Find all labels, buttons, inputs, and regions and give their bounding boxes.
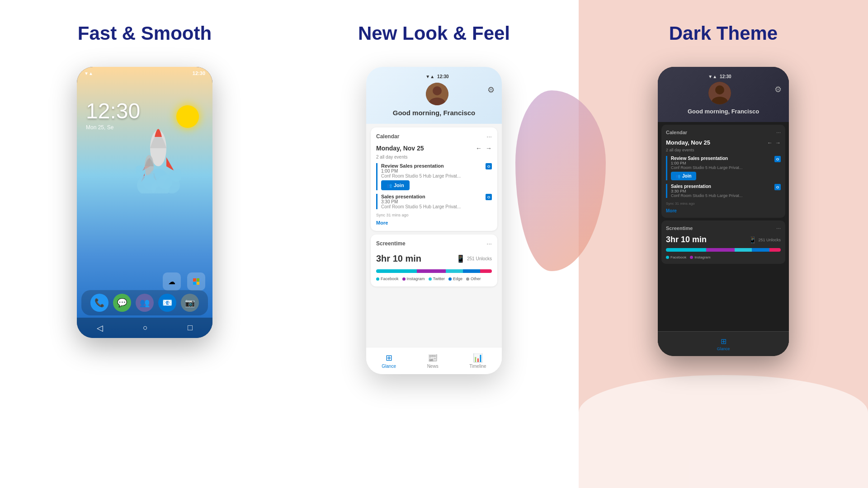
dock-camera[interactable]: 📷 bbox=[181, 294, 199, 312]
bar-seg-4 bbox=[463, 269, 480, 273]
right-bar-2 bbox=[706, 248, 735, 252]
more-link[interactable]: More bbox=[376, 220, 492, 225]
right-event-1-details: Review Sales presentation 1:00 PM Conf R… bbox=[671, 156, 743, 170]
home-icon: ○ bbox=[143, 323, 148, 333]
nav-glance[interactable]: ⊞ Glance bbox=[382, 353, 396, 369]
right-ig-label: Instagram bbox=[694, 255, 711, 259]
clock-time: 12:30 bbox=[86, 99, 140, 123]
left-screen: ▼▲ 12:30 12:30 Mon 25, Se bbox=[77, 67, 212, 338]
timeline-icon: 📊 bbox=[473, 353, 483, 363]
right-settings-icon[interactable]: ⚙ bbox=[774, 84, 782, 94]
bar-seg-1 bbox=[376, 269, 417, 273]
header-center: ▼▲ 12:30 bbox=[425, 74, 448, 105]
other-label: Other bbox=[471, 277, 481, 281]
center-phone-wrapper: ▼▲ 12:30 ⚙ bbox=[366, 67, 502, 374]
right-calendar-header: Calendar ··· bbox=[666, 129, 781, 136]
right-calendar-date: Monday, Nov 25 bbox=[666, 139, 710, 146]
left-phone-wrapper: ▼▲ 12:30 12:30 Mon 25, Se bbox=[77, 67, 212, 338]
right-phone: ▼▲ 12:30 ⚙ bbox=[658, 67, 789, 356]
app-onedrive[interactable]: ☁ bbox=[163, 272, 181, 291]
calendar-menu-icon[interactable]: ··· bbox=[486, 133, 492, 140]
right-screentime-menu[interactable]: ··· bbox=[776, 225, 781, 231]
calendar-label: Calendar bbox=[376, 133, 399, 140]
right-join-label: Join bbox=[682, 174, 692, 178]
right-more-link[interactable]: More bbox=[666, 208, 781, 213]
timeline-label: Timeline bbox=[469, 364, 486, 369]
left-status-bar: ▼▲ 12:30 bbox=[77, 67, 212, 80]
svg-point-14 bbox=[715, 85, 724, 94]
left-title: Fast & Smooth bbox=[78, 23, 212, 44]
sync-text: Sync 31 mins ago bbox=[376, 213, 492, 217]
right-phone-icon: 📱 bbox=[749, 236, 756, 244]
screentime-card-header: Screentime ··· bbox=[376, 240, 492, 247]
glance-icon: ⊞ bbox=[386, 353, 392, 363]
center-content: Calendar ··· Monday, Nov 25 ← → 2 all da… bbox=[366, 124, 502, 374]
center-header-row: ▼▲ 12:30 ⚙ bbox=[373, 74, 495, 105]
user-avatar bbox=[426, 83, 448, 105]
right-sync-text: Sync 31 mins ago bbox=[666, 202, 781, 206]
right-cal-nav: ← → bbox=[767, 140, 781, 146]
nav-news[interactable]: 📰 News bbox=[427, 353, 439, 369]
right-cal-next[interactable]: → bbox=[775, 140, 781, 146]
event-2-title: Sales presentation bbox=[381, 194, 461, 199]
right-event-2: Sales presentation 3:30 PM Conf Room Stu… bbox=[666, 184, 781, 198]
dock-phone[interactable]: 📞 bbox=[90, 294, 108, 312]
screentime-card: Screentime ··· 3hr 10 min 📱 251 Unlocks bbox=[371, 235, 497, 286]
edge-label: Edge bbox=[453, 277, 462, 281]
instagram-label: Instagram bbox=[407, 277, 425, 281]
right-bar-4 bbox=[752, 248, 769, 252]
app-microsoft[interactable] bbox=[187, 272, 205, 291]
apps-row: ☁ bbox=[84, 272, 205, 291]
legend-edge: Edge bbox=[448, 277, 462, 281]
center-signal-icon: ▼▲ bbox=[425, 74, 434, 79]
right-bar-3 bbox=[735, 248, 752, 252]
dock-outlook[interactable]: 📧 bbox=[158, 294, 176, 312]
bar-seg-5 bbox=[480, 269, 492, 273]
right-join-button[interactable]: 👥 Join bbox=[671, 172, 696, 180]
news-label: News bbox=[427, 364, 439, 369]
edge-dot bbox=[448, 277, 452, 281]
dock-teams[interactable]: 👥 bbox=[136, 294, 154, 312]
cal-next-icon[interactable]: → bbox=[486, 145, 492, 152]
center-time: 12:30 bbox=[437, 74, 449, 79]
twitter-label: Twitter bbox=[433, 277, 445, 281]
right-screentime-card: Screentime ··· 3hr 10 min 📱 251 Unlocks bbox=[661, 221, 785, 264]
right-title: Dark Theme bbox=[669, 23, 778, 44]
other-dot bbox=[466, 277, 469, 281]
event-1-time: 1:00 PM bbox=[381, 169, 461, 174]
screentime-menu-icon[interactable]: ··· bbox=[486, 240, 492, 247]
right-nav-glance[interactable]: ⊞ Glance bbox=[717, 337, 730, 351]
center-bottom-nav: ⊞ Glance 📰 News 📊 Timeline bbox=[366, 347, 502, 374]
right-wave bbox=[579, 375, 868, 488]
left-phone: ▼▲ 12:30 12:30 Mon 25, Se bbox=[77, 67, 212, 338]
screentime-row: 3hr 10 min 📱 251 Unlocks bbox=[376, 252, 492, 266]
back-icon: ◁ bbox=[97, 323, 103, 333]
right-glance-label: Glance bbox=[717, 347, 730, 351]
right-event-2-row: Sales presentation 3:30 PM Conf Room Stu… bbox=[671, 184, 781, 198]
dock-messages[interactable]: 💬 bbox=[113, 294, 131, 312]
settings-icon[interactable]: ⚙ bbox=[487, 85, 495, 95]
right-calendar-label: Calendar bbox=[666, 130, 687, 135]
calendar-date-row: Monday, Nov 25 ← → bbox=[376, 145, 492, 152]
center-title: New Look & Feel bbox=[358, 23, 510, 44]
left-nav-bar: ◁ ○ □ bbox=[77, 318, 212, 338]
center-phone: ▼▲ 12:30 ⚙ bbox=[366, 67, 502, 374]
right-cal-prev[interactable]: ← bbox=[767, 140, 773, 146]
right-screentime-row: 3hr 10 min 📱 251 Unlocks bbox=[666, 235, 781, 244]
legend-twitter: Twitter bbox=[429, 277, 445, 281]
right-event-2-details: Sales presentation 3:30 PM Conf Room Stu… bbox=[671, 184, 743, 198]
right-event-1-row: Review Sales presentation 1:00 PM Conf R… bbox=[671, 156, 781, 170]
screentime-legend: Facebook Instagram Twitter bbox=[376, 277, 492, 281]
right-signal-icon: ▼▲ bbox=[708, 74, 717, 79]
nav-timeline[interactable]: 📊 Timeline bbox=[469, 353, 486, 369]
right-screentime-label: Screentime bbox=[666, 225, 693, 231]
teams-icon-1: 👥 bbox=[387, 183, 392, 188]
cal-prev-icon[interactable]: ← bbox=[476, 145, 482, 152]
screentime-bar bbox=[376, 269, 492, 273]
right-calendar-menu[interactable]: ··· bbox=[776, 129, 781, 136]
right-header: ▼▲ 12:30 ⚙ bbox=[658, 67, 789, 122]
right-bar-5 bbox=[769, 248, 781, 252]
right-screentime-bar bbox=[666, 248, 781, 252]
join-button-1[interactable]: 👥 Join bbox=[381, 180, 410, 190]
news-icon: 📰 bbox=[428, 353, 438, 363]
